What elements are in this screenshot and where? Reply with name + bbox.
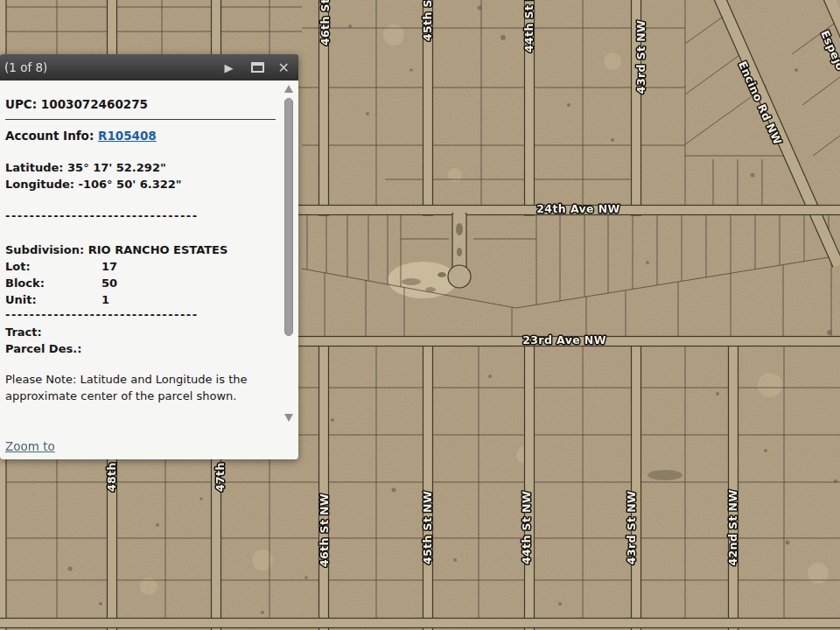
lot-row: Lot: 17 bbox=[5, 258, 276, 275]
popup-scrollbar bbox=[282, 83, 296, 431]
block-row: Block: 50 bbox=[5, 275, 276, 291]
separator-dashes: -------------------------------- bbox=[5, 306, 276, 323]
note-text: Please Note: Latitude and Longitude is t… bbox=[5, 372, 270, 404]
street-label: 43rd St NW bbox=[625, 491, 638, 564]
next-feature-button[interactable]: ▶ bbox=[225, 61, 234, 74]
zoom-to-link[interactable]: Zoom to bbox=[5, 439, 55, 453]
account-link[interactable]: R105408 bbox=[98, 129, 157, 143]
pond-patch bbox=[388, 262, 458, 298]
popup-content: UPC: 1003072460275 Account Info: R105408… bbox=[0, 80, 298, 437]
popup-footer: Zoom to bbox=[0, 437, 298, 459]
street-label: 46th St NW bbox=[318, 0, 332, 46]
tract-label: Tract: bbox=[5, 324, 276, 340]
street-label: 24th Ave NW bbox=[536, 202, 620, 215]
longitude-value: Longitude: -106° 50' 6.322" bbox=[5, 176, 276, 192]
scroll-up-icon[interactable] bbox=[284, 85, 293, 93]
feature-popup: (1 of 8) ▶ ✕ UPC: 1003072460275 Account … bbox=[0, 54, 298, 459]
popup-pagination: (1 of 8) bbox=[4, 60, 47, 74]
account-info-label: Account Info: bbox=[5, 129, 98, 143]
tract-block: Tract: Parcel Des.: bbox=[5, 324, 276, 357]
parcel-des-label: Parcel Des.: bbox=[5, 340, 276, 357]
scroll-down-icon[interactable] bbox=[284, 414, 293, 422]
block-value: 50 bbox=[102, 275, 117, 291]
street-label: 43rd St NW bbox=[634, 20, 648, 94]
latitude-value: Latitude: 35° 17' 52.292" bbox=[5, 159, 276, 176]
divider-rule bbox=[5, 119, 276, 120]
street-label: 42nd St NW bbox=[726, 489, 739, 565]
upc-value: UPC: 1003072460275 bbox=[5, 96, 276, 113]
maximize-icon[interactable] bbox=[251, 62, 264, 73]
street-label: 44th St NW bbox=[522, 0, 536, 52]
account-info-row: Account Info: R105408 bbox=[5, 128, 276, 144]
lot-value: 17 bbox=[102, 258, 117, 275]
close-icon[interactable]: ✕ bbox=[278, 60, 290, 76]
separator-dashes: -------------------------------- bbox=[5, 207, 276, 224]
popup-header: (1 of 8) ▶ ✕ bbox=[0, 54, 298, 80]
subdivision-value: Subdivision: RIO RANCHO ESTATES bbox=[5, 242, 276, 258]
street-label: 44th St NW bbox=[520, 491, 533, 564]
block-label: Block: bbox=[5, 275, 102, 291]
lot-label: Lot: bbox=[5, 258, 102, 275]
scrollbar-thumb[interactable] bbox=[284, 98, 293, 336]
street-label: 45th St NW bbox=[421, 0, 434, 41]
street-label: 23rd Ave NW bbox=[522, 333, 606, 346]
street-label: 45th St NW bbox=[421, 491, 434, 564]
street-label: 46th St NW bbox=[318, 494, 331, 567]
